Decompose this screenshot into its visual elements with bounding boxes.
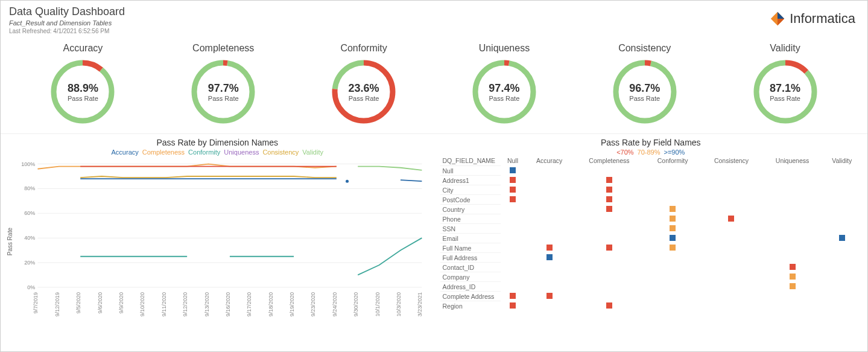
matrix-cell: [525, 282, 573, 292]
matrix-cell: [645, 292, 700, 301]
matrix-cell: [762, 292, 823, 301]
svg-text:9/6/2020: 9/6/2020: [97, 292, 103, 313]
column-header: Validity: [822, 156, 861, 166]
matrix-cell: [501, 166, 525, 176]
matrix-cell: [822, 166, 861, 176]
svg-text:9/7/2019: 9/7/2019: [33, 292, 39, 313]
table-row: City: [440, 185, 862, 195]
matrix-cell: [501, 214, 525, 224]
table-row: Address_ID: [440, 282, 862, 292]
matrix-cell: [645, 224, 700, 234]
matrix-cell: [574, 301, 645, 311]
gauge-value: 97.7%: [208, 82, 239, 95]
gauge-uniqueness: Uniqueness 97.4% Pass Rate: [444, 43, 565, 125]
matrix-cell: [700, 176, 762, 185]
legend-item[interactable]: Accuracy: [112, 149, 139, 156]
line-chart-svg: 0%20%40%60%80%100%9/7/20199/12/20199/5/2…: [13, 156, 428, 327]
matrix-cell: [525, 195, 573, 205]
table-row: Company: [440, 272, 862, 282]
matrix-cell: [822, 234, 861, 243]
svg-text:9/13/2020: 9/13/2020: [204, 292, 210, 316]
row-label: Contact_ID: [440, 263, 501, 272]
table-row: SSN: [440, 224, 862, 234]
svg-text:9/12/2019: 9/12/2019: [54, 292, 60, 316]
matrix-cell: [525, 176, 573, 185]
matrix-cell: [822, 243, 861, 253]
matrix-cell: [525, 253, 573, 263]
matrix-cell: [501, 272, 525, 282]
svg-text:9/11/2020: 9/11/2020: [161, 292, 167, 316]
table-row: Email: [440, 234, 862, 243]
matrix-cell: [822, 205, 861, 214]
matrix-cell: [574, 263, 645, 272]
matrix-cell: [700, 272, 762, 282]
gauge-row: Accuracy 88.9% Pass Rate Completeness 97…: [1, 39, 867, 134]
matrix-cell: [822, 224, 861, 234]
svg-text:0%: 0%: [27, 284, 35, 290]
column-header: Conformity: [645, 156, 700, 166]
legend-item[interactable]: Validity: [302, 149, 323, 156]
table-row: Region: [440, 301, 862, 311]
legend-item[interactable]: Conformity: [188, 149, 220, 156]
gauge-title: Accuracy: [63, 43, 103, 54]
matrix-cell: [574, 282, 645, 292]
matrix-cell: [762, 263, 823, 272]
matrix-cell: [501, 243, 525, 253]
gauge-title: Conformity: [340, 43, 387, 54]
matrix-cell: [574, 224, 645, 234]
matrix-cell: [525, 301, 573, 311]
gauge-completeness: Completeness 97.7% Pass Rate: [163, 43, 284, 125]
gauge-title: Uniqueness: [479, 43, 530, 54]
matrix-cell: [574, 176, 645, 185]
legend-item[interactable]: >=90%: [664, 149, 685, 156]
legend-item[interactable]: Uniqueness: [224, 149, 259, 156]
chart-legend: AccuracyCompletenessConformityUniqueness…: [7, 149, 428, 156]
matrix-cell: [762, 282, 823, 292]
table-row: Contact_ID: [440, 263, 862, 272]
row-label: Address_ID: [440, 282, 501, 292]
matrix-cell: [645, 253, 700, 263]
matrix-cell: [822, 301, 861, 311]
legend-item[interactable]: 70-89%: [638, 149, 661, 156]
row-label: City: [440, 185, 501, 195]
gauge-label: Pass Rate: [68, 95, 98, 102]
svg-text:9/18/2020: 9/18/2020: [268, 292, 274, 316]
legend-item[interactable]: <70%: [616, 149, 633, 156]
matrix-cell: [700, 195, 762, 205]
matrix-cell: [822, 195, 861, 205]
matrix-cell: [574, 253, 645, 263]
chart-passrate-by-dimension: Pass Rate by Dimension Names AccuracyCom…: [1, 134, 434, 327]
row-label: Full Address: [440, 253, 501, 263]
matrix-cell: [822, 292, 861, 301]
table-row: Full Address: [440, 253, 862, 263]
gauge-label: Pass Rate: [489, 95, 520, 102]
matrix-cell: [645, 214, 700, 224]
matrix-cell: [645, 166, 700, 176]
legend-item[interactable]: Completeness: [142, 149, 185, 156]
gauge-title: Consistency: [618, 43, 671, 54]
gauge-title: Validity: [770, 43, 800, 54]
column-header: Accuracy: [525, 156, 573, 166]
svg-text:3/23/2021: 3/23/2021: [417, 292, 423, 316]
matrix-cell: [762, 301, 823, 311]
svg-text:9/9/2020: 9/9/2020: [118, 292, 124, 313]
matrix-cell: [574, 292, 645, 301]
table-row: Address1: [440, 176, 862, 185]
matrix-cell: [762, 195, 823, 205]
row-label: Null: [440, 166, 501, 176]
gauge-label: Pass Rate: [629, 95, 660, 102]
svg-marker-1: [778, 12, 784, 19]
charts-row: Pass Rate by Dimension Names AccuracyCom…: [1, 134, 867, 327]
legend-item[interactable]: Consistency: [262, 149, 299, 156]
column-header: DQ_FIELD_NAME: [440, 156, 501, 166]
matrix-cell: [574, 234, 645, 243]
gauge-conformity: Conformity 23.6% Pass Rate: [303, 43, 424, 125]
matrix-cell: [645, 301, 700, 311]
svg-text:9/12/2020: 9/12/2020: [182, 292, 188, 316]
gauge-validity: Validity 87.1% Pass Rate: [725, 43, 846, 125]
matrix-cell: [822, 253, 861, 263]
matrix-cell: [822, 185, 861, 195]
row-label: Address1: [440, 176, 501, 185]
matrix-cell: [501, 195, 525, 205]
matrix-cell: [762, 253, 823, 263]
